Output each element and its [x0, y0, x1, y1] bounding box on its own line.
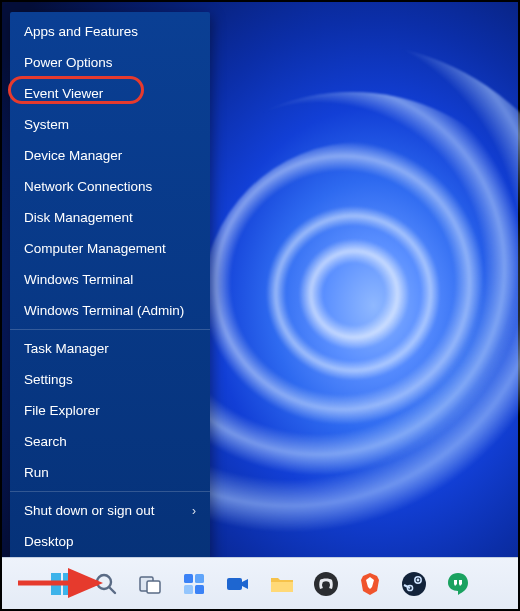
- menu-item-label: Shut down or sign out: [24, 503, 155, 518]
- menu-item-label: Settings: [24, 372, 73, 387]
- wallpaper-swirl: [252, 192, 472, 412]
- menu-separator: [10, 491, 210, 492]
- svg-rect-0: [51, 573, 61, 583]
- svg-rect-7: [147, 581, 160, 593]
- menu-item-label: Event Viewer: [24, 86, 103, 101]
- search-button[interactable]: [91, 569, 121, 599]
- menu-item-label: Run: [24, 465, 49, 480]
- svg-rect-9: [195, 574, 204, 583]
- svg-point-14: [314, 572, 338, 596]
- svg-point-17: [402, 572, 426, 596]
- task-view-icon: [138, 572, 162, 596]
- menu-item-label: Windows Terminal (Admin): [24, 303, 184, 318]
- folder-icon: [269, 571, 295, 597]
- menu-item-settings[interactable]: Settings: [10, 364, 210, 395]
- svg-rect-2: [51, 585, 61, 595]
- menu-item-label: Disk Management: [24, 210, 133, 225]
- menu-item-label: Apps and Features: [24, 24, 138, 39]
- app-video[interactable]: [223, 569, 253, 599]
- menu-separator: [10, 329, 210, 330]
- discord-icon: [313, 571, 339, 597]
- menu-item-computer-management[interactable]: Computer Management: [10, 233, 210, 264]
- desktop-screen: Apps and FeaturesPower OptionsEvent View…: [0, 0, 520, 611]
- widgets-icon: [182, 572, 206, 596]
- menu-item-label: Power Options: [24, 55, 113, 70]
- svg-point-19: [417, 578, 420, 581]
- svg-rect-12: [227, 578, 242, 590]
- menu-item-label: Device Manager: [24, 148, 122, 163]
- steam-icon: [401, 571, 427, 597]
- app-brave[interactable]: [355, 569, 385, 599]
- chevron-right-icon: ›: [192, 504, 196, 518]
- svg-point-15: [322, 583, 325, 586]
- menu-item-windows-terminal-admin[interactable]: Windows Terminal (Admin): [10, 295, 210, 326]
- task-view-button[interactable]: [135, 569, 165, 599]
- menu-item-label: Windows Terminal: [24, 272, 133, 287]
- menu-item-label: Computer Management: [24, 241, 166, 256]
- widgets-button[interactable]: [179, 569, 209, 599]
- menu-item-system[interactable]: System: [10, 109, 210, 140]
- taskbar: [2, 557, 518, 609]
- menu-item-label: Desktop: [24, 534, 74, 549]
- svg-rect-3: [63, 585, 73, 595]
- svg-rect-1: [63, 573, 73, 583]
- menu-item-label: Search: [24, 434, 67, 449]
- menu-item-network-connections[interactable]: Network Connections: [10, 171, 210, 202]
- menu-item-event-viewer[interactable]: Event Viewer: [10, 78, 210, 109]
- svg-rect-10: [184, 585, 193, 594]
- menu-item-windows-terminal[interactable]: Windows Terminal: [10, 264, 210, 295]
- svg-point-16: [327, 583, 330, 586]
- wallpaper-swirl: [287, 227, 427, 367]
- menu-item-power-options[interactable]: Power Options: [10, 47, 210, 78]
- menu-item-run[interactable]: Run: [10, 457, 210, 488]
- svg-rect-8: [184, 574, 193, 583]
- svg-rect-11: [195, 585, 204, 594]
- menu-item-label: System: [24, 117, 69, 132]
- windows-logo-icon: [49, 571, 75, 597]
- app-hangouts[interactable]: [443, 569, 473, 599]
- menu-item-file-explorer[interactable]: File Explorer: [10, 395, 210, 426]
- menu-item-desktop[interactable]: Desktop: [10, 526, 210, 557]
- menu-item-search[interactable]: Search: [10, 426, 210, 457]
- svg-rect-13: [271, 582, 293, 592]
- menu-item-task-manager[interactable]: Task Manager: [10, 333, 210, 364]
- menu-item-label: Task Manager: [24, 341, 109, 356]
- start-button[interactable]: [47, 569, 77, 599]
- app-discord[interactable]: [311, 569, 341, 599]
- camera-icon: [225, 571, 251, 597]
- app-file-explorer[interactable]: [267, 569, 297, 599]
- menu-item-shut-down-or-sign-out[interactable]: Shut down or sign out›: [10, 495, 210, 526]
- app-steam[interactable]: [399, 569, 429, 599]
- menu-item-disk-management[interactable]: Disk Management: [10, 202, 210, 233]
- menu-item-label: File Explorer: [24, 403, 100, 418]
- menu-item-device-manager[interactable]: Device Manager: [10, 140, 210, 171]
- wallpaper-swirl: [202, 142, 520, 462]
- hangouts-icon: [445, 571, 471, 597]
- menu-item-label: Network Connections: [24, 179, 152, 194]
- svg-line-5: [109, 587, 115, 593]
- brave-icon: [357, 571, 383, 597]
- winx-power-menu: Apps and FeaturesPower OptionsEvent View…: [10, 12, 210, 561]
- search-icon: [94, 572, 118, 596]
- menu-item-apps-and-features[interactable]: Apps and Features: [10, 16, 210, 47]
